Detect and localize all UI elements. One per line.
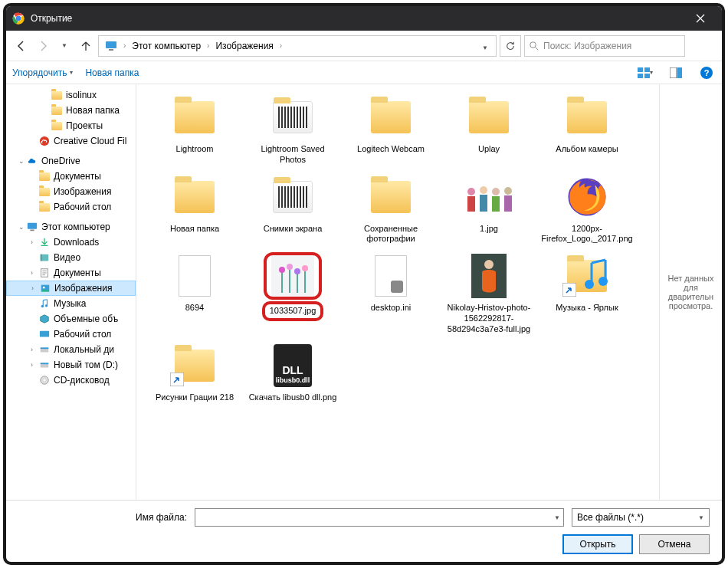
refresh-button[interactable] <box>500 35 521 57</box>
file-label: Снимки экрана <box>264 224 323 235</box>
breadcrumb-dropdown[interactable]: ▼ <box>477 39 493 53</box>
breadcrumb[interactable]: › Этот компьютер › Изображения › ▼ <box>98 35 497 57</box>
tree-isolinux[interactable]: isolinux <box>6 87 136 103</box>
file-label: Logitech Webcam <box>357 144 425 155</box>
preview-pane-button[interactable] <box>667 64 685 82</box>
tree-cd[interactable]: CD-дисковод <box>6 373 136 388</box>
back-button[interactable] <box>12 37 31 55</box>
svg-point-31 <box>480 186 487 194</box>
file-thumbnail <box>167 175 222 219</box>
file-label: Скачать libusb0 dll.png <box>249 392 337 403</box>
titlebar: Открытие <box>6 6 722 31</box>
new-folder-button[interactable]: Новая папка <box>85 67 139 78</box>
svg-point-44 <box>484 260 494 269</box>
toolbar: Упорядочить ▾ Новая папка ▾ ? <box>6 61 722 84</box>
file-thumbnail <box>265 254 320 298</box>
tree-localc[interactable]: ›Локальный ди <box>6 342 136 357</box>
file-item[interactable]: Uplay <box>440 90 538 170</box>
tree-docs[interactable]: ›Документы <box>6 265 136 281</box>
crumb-root[interactable]: Этот компьютер <box>129 39 204 53</box>
recent-dropdown[interactable]: ▼ <box>55 37 74 55</box>
tree-music[interactable]: Музыка <box>6 296 136 311</box>
svg-point-20 <box>45 304 48 307</box>
file-item[interactable]: 1200px-Firefox_Logo,_2017.png <box>538 170 636 250</box>
file-item[interactable]: Музыка - Ярлык <box>538 249 636 339</box>
file-label: 1200px-Firefox_Logo,_2017.png <box>541 224 633 245</box>
up-button[interactable] <box>77 37 95 55</box>
file-thumbnail <box>559 254 615 298</box>
tree-ccf[interactable]: Creative Cloud Fil <box>6 133 136 149</box>
file-item[interactable]: Снимки экрана <box>244 170 342 250</box>
close-button[interactable] <box>685 6 716 31</box>
tree-od-desk[interactable]: Рабочий стол <box>6 199 136 215</box>
file-thumbnail <box>265 95 320 140</box>
svg-rect-9 <box>670 67 677 78</box>
svg-rect-34 <box>492 196 500 212</box>
tree-thispc[interactable]: ⌄Этот компьютер <box>6 219 136 235</box>
cancel-button[interactable]: Отмена <box>639 534 710 554</box>
svg-rect-36 <box>504 195 512 212</box>
tree-onedrive[interactable]: ⌄OneDrive <box>6 153 136 169</box>
preview-pane: Нет данных для дварительн просмотра. <box>659 84 722 500</box>
file-item[interactable]: Альбом камеры <box>538 90 636 170</box>
file-thumbnail <box>265 175 320 219</box>
view-button[interactable]: ▾ <box>636 64 654 82</box>
forward-button[interactable] <box>34 37 52 55</box>
file-label: Lightroom Saved Photos <box>247 144 339 166</box>
svg-point-18 <box>43 287 45 289</box>
svg-point-40 <box>287 264 293 270</box>
tree-od-docs[interactable]: Документы <box>6 169 136 184</box>
file-label: Новая папка <box>170 224 219 235</box>
file-label: Альбом камеры <box>556 144 618 155</box>
svg-rect-25 <box>41 363 49 364</box>
file-item[interactable]: Logitech Webcam <box>342 90 440 170</box>
search-box[interactable] <box>524 35 685 57</box>
crumb-current[interactable]: Изображения <box>212 39 276 53</box>
tree-od-pics[interactable]: Изображения <box>6 184 136 199</box>
file-item[interactable]: Nikolay-Hristov-photo-1562292817-58d294c… <box>440 249 538 339</box>
file-item[interactable]: DLLlibusb0.dllСкачать libusb0 dll.png <box>244 339 342 408</box>
file-thumbnail <box>363 95 418 140</box>
nav-row: ▼ › Этот компьютер › Изображения › ▼ <box>6 31 722 61</box>
tree-volobj[interactable]: Объемные объ <box>6 311 136 327</box>
svg-rect-13 <box>30 230 34 231</box>
svg-point-1 <box>16 16 21 21</box>
tree-newtomd[interactable]: ›Новый том (D:) <box>6 357 136 373</box>
file-item[interactable]: Сохраненные фотографии <box>342 170 440 250</box>
svg-rect-32 <box>480 195 487 212</box>
file-item[interactable]: 1.jpg <box>440 170 538 250</box>
filetype-filter[interactable]: Все файлы (*.*)▼ <box>572 508 710 527</box>
file-thumbnail <box>461 254 516 298</box>
file-item[interactable]: Новая папка <box>146 170 244 250</box>
svg-point-27 <box>44 379 46 382</box>
tree-downloads[interactable]: ›Downloads <box>6 235 136 250</box>
svg-rect-2 <box>106 41 116 48</box>
organize-button[interactable]: Упорядочить ▾ <box>12 67 73 78</box>
tree-novaya[interactable]: Новая папка <box>6 103 136 118</box>
nav-tree: isolinux Новая папка Проекты Creative Cl… <box>6 84 136 500</box>
file-list: LightroomLightroom Saved PhotosLogitech … <box>136 84 659 500</box>
file-thumbnail <box>167 95 222 140</box>
file-label: 1.jpg <box>480 224 498 235</box>
help-button[interactable]: ? <box>697 64 716 82</box>
tree-video[interactable]: Видео <box>6 250 136 265</box>
filename-input[interactable]: ▼ <box>195 508 564 527</box>
tree-desk[interactable]: Рабочий стол <box>6 327 136 342</box>
search-input[interactable] <box>543 41 680 51</box>
file-item[interactable]: 1033507.jpg <box>244 249 342 339</box>
svg-point-35 <box>504 187 512 195</box>
file-item[interactable]: Рисунки Грации 218 <box>146 339 244 408</box>
file-thumbnail <box>461 95 516 140</box>
file-thumbnail <box>559 95 615 140</box>
tree-pics[interactable]: ›Изображения <box>6 281 136 296</box>
open-button[interactable]: Открыть <box>562 534 633 554</box>
file-item[interactable]: 8694 <box>146 249 244 339</box>
svg-point-33 <box>492 188 500 195</box>
file-item[interactable]: Lightroom <box>146 90 244 170</box>
file-item[interactable]: Lightroom Saved Photos <box>244 90 342 170</box>
file-label: Uplay <box>478 144 500 155</box>
file-item[interactable]: desktop.ini <box>342 249 440 339</box>
tree-proekty[interactable]: Проекты <box>6 118 136 133</box>
body: isolinux Новая папка Проекты Creative Cl… <box>6 84 722 501</box>
file-label: Сохраненные фотографии <box>345 224 437 245</box>
